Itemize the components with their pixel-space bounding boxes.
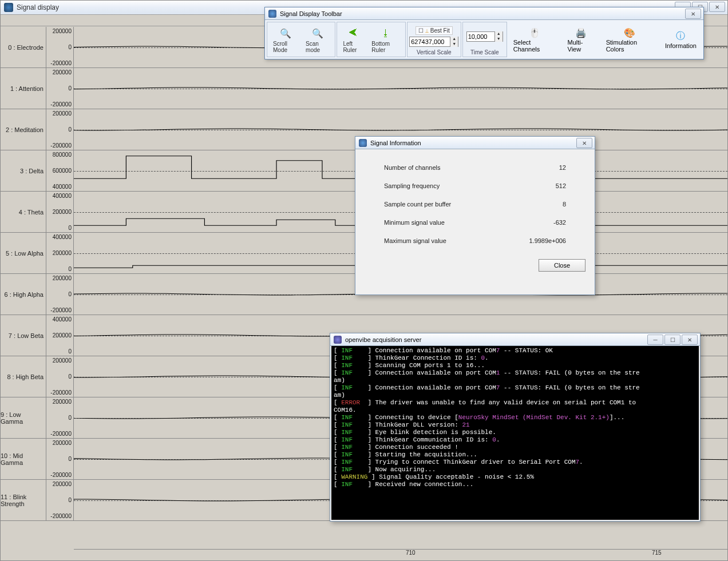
toolbar-title: Signal Display Toolbar [280,10,342,17]
scale-tick: 0 [68,415,72,421]
channel-label: 4 : Theta [1,192,46,232]
scale-tick: 200000 [53,110,72,117]
info-value: 512 [556,182,566,189]
scale-tick: -200000 [50,101,72,108]
info-icon: ⓘ [674,30,687,42]
toolbar-titlebar[interactable]: Signal Display Toolbar ✕ [265,7,703,20]
channel-scale: 4000002000000 [46,192,74,232]
scale-tick: -200000 [50,431,72,437]
scale-tick: 0 [68,291,72,297]
stim-colors-label: Stimulation Colors [606,39,654,53]
vertical-scale-spinner[interactable]: ▲▼ [409,37,458,47]
channel-scale: 4000002000000 [46,233,74,273]
info-key: Number of channels [384,164,440,171]
scale-tick: -200000 [50,513,72,519]
multi-view-label: Multi-View [568,39,595,53]
vertical-scale-input[interactable] [410,38,450,45]
channel-scale: 2000000-200000 [46,68,74,109]
channel-label: 7 : Low Beta [1,315,46,356]
channel-label: 3 : Delta [1,150,46,191]
scale-tick: 200000 [53,275,72,281]
scale-tick: 0 [68,373,72,380]
time-tick: 710 [406,550,416,556]
toolbar-icon [268,10,276,18]
stimulation-colors-button[interactable]: 🎨 Stimulation Colors [600,21,659,58]
app-icon [4,3,13,12]
bottom-ruler-button[interactable]: ⭳ Bottom Ruler [369,26,401,54]
scroll-mode-button[interactable]: 🔍 Scroll Mode [271,26,300,54]
scale-tick: -200000 [50,142,72,149]
channel-label: 8 : High Beta [1,356,46,397]
channel-scale: 4000002000000 [46,315,74,356]
channel-scale: 2000000-200000 [46,274,74,315]
scale-tick: 0 [68,44,72,50]
console-output[interactable]: [ INF ] Connection available on port COM… [331,346,699,520]
multiview-icon: 🖨️ [575,26,587,39]
toolbar-close-button[interactable]: ✕ [685,9,701,19]
channel-scale: 800000600000400000 [46,150,74,191]
scale-tick: 200000 [53,28,72,34]
signal-info-dialog: Signal Information ✕ Number of channels1… [355,136,595,295]
multi-view-button[interactable]: 🖨️ Multi-View [562,21,600,58]
info-row: Number of channels12 [373,158,577,177]
channel-scale: 2000000-200000 [46,439,74,479]
left-ruler-label: Left Ruler [343,41,363,53]
scroll-mode-label: Scroll Mode [273,41,298,53]
time-axis: 710 715 [74,549,727,560]
spin-down[interactable]: ▼ [450,42,458,47]
info-titlebar[interactable]: Signal Information ✕ [355,137,595,149]
info-row: Sample count per buffer8 [373,195,577,213]
scale-tick: -200000 [50,60,72,66]
console-titlebar[interactable]: openvibe acquisition server ─ ☐ ✕ [330,333,700,346]
close-button[interactable]: ✕ [709,2,725,12]
console-minimize-button[interactable]: ─ [647,335,663,345]
scale-tick: 0 [68,225,72,231]
channel-scale: 2000000-200000 [46,27,74,67]
scale-tick: 0 [68,497,72,503]
spin-down[interactable]: ▼ [494,37,503,42]
channel-label: 11 : Blink Strength [1,480,46,520]
signal-display-title: Signal display [17,3,59,11]
time-scale-spinner[interactable]: ▲▼ [466,31,503,42]
scale-tick: 200000 [53,209,72,215]
info-key: Sample count per buffer [384,201,451,208]
information-button[interactable]: ⓘ Information [659,21,702,58]
info-value: -632 [553,219,566,226]
bottom-ruler-label: Bottom Ruler [371,41,399,53]
select-channels-label: Select Channels [513,39,556,53]
scan-mode-button[interactable]: 🔍 Scan mode [303,26,331,54]
scale-tick: 200000 [53,440,72,446]
colors-icon: 🎨 [623,26,636,39]
info-close-x-button[interactable]: ✕ [576,138,592,148]
info-close-button[interactable]: Close [539,259,585,272]
select-channels-button[interactable]: 🖱️ Select Channels [508,21,562,58]
vertical-scale-label: Vertical Scale [417,49,452,55]
information-label: Information [665,42,697,49]
magnify-icon: 🔍 [311,27,324,39]
scale-tick: 200000 [53,332,72,339]
best-fit-checkbox[interactable]: ☐⟂Best Fit [416,26,453,35]
spin-up[interactable]: ▲ [450,37,458,42]
channel-scale: 2000000-200000 [46,397,74,438]
scale-tick: 400000 [53,193,72,199]
info-row: Minimum signal value-632 [373,213,577,232]
channels-icon: 🖱️ [528,26,541,39]
left-ruler-button[interactable]: ⮜ Left Ruler [341,26,366,54]
channel-scale: 2000000-200000 [46,356,74,397]
signal-toolbar-window: Signal Display Toolbar ✕ 🔍 Scroll Mode 🔍… [264,7,704,59]
scale-tick: 0 [68,266,72,272]
info-value: 8 [563,201,566,208]
channel-plot[interactable] [74,68,727,109]
acquisition-server-window: openvibe acquisition server ─ ☐ ✕ [ INF … [330,333,701,522]
spin-up[interactable]: ▲ [494,31,503,37]
console-close-button[interactable]: ✕ [682,335,698,345]
info-key: Maximum signal value [384,237,446,244]
console-maximize-button[interactable]: ☐ [664,335,680,345]
info-row: Maximum signal value1.9989e+006 [373,232,577,250]
channel-scale: 2000000-200000 [46,480,74,520]
channel-label: 9 : Low Gamma [1,397,46,438]
info-title: Signal Information [370,140,421,146]
channel-label: 0 : Electrode [1,27,46,67]
time-scale-input[interactable] [467,33,494,40]
scale-tick: 400000 [53,184,72,190]
